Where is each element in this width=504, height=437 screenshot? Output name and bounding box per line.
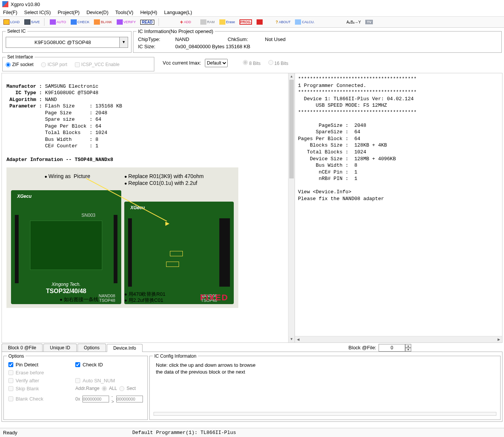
tab-unique-id[interactable]: Unique ID [43, 344, 76, 352]
auto-button[interactable]: AUTO [48, 18, 68, 26]
tab-device-info[interactable]: Device.Info [107, 344, 143, 352]
menu-device[interactable]: Device(D) [86, 9, 108, 15]
scroll-up-button[interactable]: ▲ [288, 73, 295, 80]
ictype-value: K9F1G08U0C @TSOP48 [42, 90, 98, 96]
chip-icon [257, 19, 263, 25]
block-spin-up[interactable]: ▲ [405, 344, 411, 348]
log-line: Pages Per Block : 64 [298, 136, 360, 142]
chksum-value: Not Used [265, 36, 497, 42]
read-button[interactable]: READ [138, 19, 156, 26]
replace-c01-text: Replace C01(0.1u) with 2.2uf [124, 180, 197, 187]
erase-before-checkbox: Erase before [8, 370, 71, 375]
scroll-down-button[interactable]: ▼ [288, 336, 295, 342]
tab-options[interactable]: Options [78, 344, 106, 352]
zif-socket-radio[interactable]: ZIF socket [6, 62, 33, 67]
chip-button[interactable] [255, 18, 265, 26]
block-at-file-label: Block @File: [349, 345, 376, 350]
addr-sect-radio: Sect [119, 386, 136, 391]
tab-block0[interactable]: Block 0 @File [2, 344, 43, 352]
check-id-checkbox[interactable]: Check ID [75, 362, 143, 368]
status-programmer: Default Programmer(1): TL866II-Plus [132, 430, 236, 435]
app-icon [2, 1, 8, 7]
auto-icon [50, 19, 56, 25]
set-interface-legend: Set Interface [6, 54, 35, 60]
erase-button[interactable]: Erase [217, 18, 237, 26]
check-button[interactable]: CHECK [69, 18, 92, 26]
menu-select-ic[interactable]: Select IC(S) [24, 9, 51, 15]
r01-highlight [170, 251, 183, 256]
adapter-image: XGecu SN003 Xingong Tech. TSOP32/40/48 N… [6, 167, 238, 308]
chksum-label: ChkSum: [228, 36, 262, 42]
menu-language[interactable]: Language(L) [164, 9, 192, 15]
param-ce-counter: CE# Counter : 1 [42, 143, 98, 149]
bits-8-radio: 8 Bits [243, 60, 260, 66]
toolbar: LOAD SAVE AUTO CHECK BLANK VERIFY READ +… [0, 17, 504, 28]
scroll-right-button[interactable]: ▶ [496, 336, 502, 342]
log-line: nCE# Pin : 1 [298, 169, 357, 175]
app-title: Xgpro v10.80 [11, 2, 40, 7]
id-icon [71, 19, 77, 25]
calculator-icon [295, 19, 301, 25]
param-flash-size: Flash Size : 135168 KB [42, 103, 122, 109]
tv-button[interactable]: TV [363, 19, 375, 25]
options-legend: Options [7, 353, 25, 359]
tv-icon: TV [365, 20, 373, 24]
blank-button[interactable]: BLANK [92, 18, 114, 26]
skip-blank-checkbox: Skip Blank [8, 386, 71, 391]
config-note-2: the data of the previous block or the ne… [156, 369, 494, 375]
menu-help[interactable]: Help(H) [140, 9, 157, 15]
load-button[interactable]: LOAD [2, 18, 22, 26]
icsp-port-radio: ICSP port [41, 62, 67, 67]
block-at-file-input[interactable] [379, 344, 405, 352]
param-spare-size: Spare size : 64 [42, 117, 101, 122]
verify-button[interactable]: VERIFY [115, 18, 138, 26]
about-button[interactable]: ?ABOUT [274, 19, 292, 25]
lightning-icon [219, 19, 225, 25]
auto-sn-checkbox: Auto SN_NUM [75, 378, 143, 383]
add-button[interactable]: +ADD [178, 18, 193, 26]
ic-dropdown-button[interactable]: ▼ [120, 37, 128, 48]
algorithm-value: NAND [42, 97, 57, 103]
menu-file[interactable]: File(F) [3, 9, 17, 15]
vcc-imax-select[interactable]: Default [205, 59, 228, 67]
log-line: SpareSize : 64 [298, 129, 360, 135]
pin-detect-checkbox[interactable]: Pin Detect [8, 362, 71, 368]
log-line: PageSize : 2048 [298, 123, 366, 128]
set-interface-group: Set Interface ZIF socket ICSP port ICSP_… [2, 54, 154, 71]
verify-icon [117, 19, 123, 25]
ab-y-button[interactable]: A₁B₂→Y [344, 19, 363, 25]
scroll-left-button[interactable]: ◀ [295, 336, 301, 342]
scroll-thumb[interactable] [289, 80, 294, 178]
calcu-button[interactable]: CALCU. [293, 18, 316, 26]
log-line: Device 1: TL866II-Plus Ver: 04.02.124 [298, 96, 414, 102]
selected-ic-display[interactable]: K9F1G08U0C @TSOP48 [6, 37, 120, 48]
arrow-head: ▶ [165, 220, 170, 227]
vcc-imax-label: Vcc current Imax: [163, 60, 201, 66]
options-group: Options Pin Detect Check ID Erase before… [3, 353, 148, 420]
param-total-blocks: Tolal Blocks : 1024 [42, 130, 108, 136]
fixed-label: FIXED [200, 292, 228, 303]
ram-button[interactable]: RAM [198, 18, 217, 26]
save-button[interactable]: SAVE [22, 18, 42, 26]
log-line: **************************************** [298, 89, 417, 95]
cn-r01-text: 用470欧替换R01 [124, 291, 165, 298]
log-line: Bus Width : 8 [298, 162, 357, 168]
block-spin-down[interactable]: ▼ [405, 348, 411, 352]
log-line: Please fix the NAND08 adapter [298, 196, 384, 202]
status-ready: Ready [3, 430, 132, 435]
param-page-size: Page Size : 2048 [42, 110, 108, 116]
pcb-right: XGecu NAND08 TSOP48 [124, 202, 234, 304]
menu-tools[interactable]: Tools(V) [115, 9, 133, 15]
ic-info-group: IC Information(No Project opened) ChipTy… [133, 28, 502, 53]
chiptype-value: NAND [175, 36, 225, 42]
pcb-left: XGecu SN003 Xingong Tech. TSOP32/40/48 N… [11, 190, 121, 304]
log-h-scrollbar[interactable]: ◀ ▶ [295, 336, 502, 342]
info-scrollbar[interactable]: ▲ ▼ [288, 73, 295, 342]
cn-c01-text: 用2.2uf替换C01 [124, 297, 163, 304]
prog-button[interactable]: PROG. [238, 18, 254, 26]
wiring-text: Wiring as Picture [44, 173, 90, 180]
menu-project[interactable]: Project(P) [58, 9, 80, 15]
config-empty-bar [154, 412, 496, 416]
log-line: **************************************** [298, 76, 417, 82]
ram-icon [200, 19, 206, 25]
